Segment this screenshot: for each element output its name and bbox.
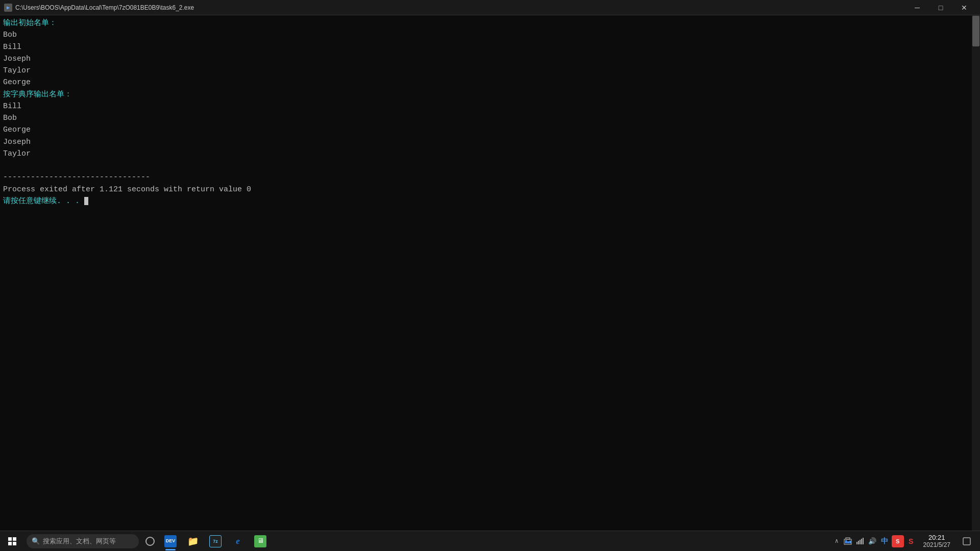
console-line-9: George xyxy=(3,124,977,136)
cursor xyxy=(84,197,88,205)
taskbar-search[interactable]: 🔍 搜索应用、文档、网页等 xyxy=(27,534,139,548)
console-line-12 xyxy=(3,160,977,171)
console-line-5: George xyxy=(3,77,977,88)
console-line-0: 输出初始名单： xyxy=(3,17,977,29)
console-continue: 请按任意键继续. . . xyxy=(3,195,977,207)
minimize-button[interactable]: ─ xyxy=(905,0,929,15)
task-view-button[interactable] xyxy=(141,531,159,552)
tray-volume-icon[interactable]: 🔊 xyxy=(867,536,877,546)
tray-sohu-icon[interactable]: S xyxy=(892,535,904,547)
taskbar-app-ie[interactable]: e xyxy=(227,531,249,552)
taskbar-apps: DEV 📁 7z e 🖥 xyxy=(159,531,272,552)
console-line-3: Joseph xyxy=(3,53,977,65)
svg-rect-0 xyxy=(8,537,12,541)
console-process-exit: Process exited after 1.121 seconds with … xyxy=(3,184,977,195)
7z-icon: 7z xyxy=(209,535,222,547)
svg-rect-2 xyxy=(8,542,12,545)
console-line-2: Bill xyxy=(3,41,977,53)
taskbar-app-7z[interactable]: 7z xyxy=(204,531,227,552)
clock[interactable]: 20:21 2021/5/27 xyxy=(918,531,955,552)
svg-rect-8 xyxy=(849,541,851,543)
titlebar-title: C:\Users\BOOS\AppData\Local\Temp\7zO081B… xyxy=(15,4,194,11)
svg-rect-12 xyxy=(861,539,862,544)
app-icon: ▶ xyxy=(4,4,12,12)
clock-time: 20:21 xyxy=(928,534,945,541)
system-tray: ∧ 🔊 中 S xyxy=(832,531,980,552)
svg-rect-10 xyxy=(858,541,859,544)
taskbar-app-devc[interactable]: DEV xyxy=(159,531,182,552)
taskbar-app-display[interactable]: 🖥 xyxy=(249,531,272,552)
titlebar-controls: ─ □ ✕ xyxy=(905,0,976,15)
console-line-11: Taylor xyxy=(3,148,977,160)
devc-icon: DEV xyxy=(164,535,177,547)
display-icon: 🖥 xyxy=(254,535,266,547)
folder-icon: 📁 xyxy=(187,535,199,547)
taskbar-app-folder[interactable]: 📁 xyxy=(182,531,204,552)
console-line-7: Bill xyxy=(3,101,977,112)
tray-taskmanager-icon[interactable] xyxy=(843,536,853,546)
console-line-8: Bob xyxy=(3,112,977,124)
search-icon: 🔍 xyxy=(32,537,40,545)
restore-button[interactable]: □ xyxy=(929,0,952,15)
tray-expand-icon[interactable]: ∧ xyxy=(832,537,840,545)
console-line-10: Joseph xyxy=(3,136,977,148)
notification-button[interactable] xyxy=(958,531,976,552)
console-separator: -------------------------------- xyxy=(3,171,977,183)
console-output: 输出初始名单： Bob Bill Joseph Taylor George 按字… xyxy=(0,15,980,531)
svg-rect-7 xyxy=(847,541,849,543)
clock-date: 2021/5/27 xyxy=(923,541,950,548)
scrollbar-thumb[interactable] xyxy=(972,16,979,46)
svg-rect-6 xyxy=(845,540,847,543)
taskbar: 🔍 搜索应用、文档、网页等 DEV 📁 7z e xyxy=(0,531,980,551)
svg-rect-3 xyxy=(13,542,16,545)
scrollbar-track[interactable] xyxy=(972,15,980,531)
svg-rect-9 xyxy=(856,542,857,544)
start-button[interactable] xyxy=(0,531,24,552)
search-placeholder: 搜索应用、文档、网页等 xyxy=(43,537,116,546)
svg-rect-14 xyxy=(963,538,970,545)
ie-icon: e xyxy=(232,535,244,547)
tray-sougou-icon[interactable]: S xyxy=(906,536,916,546)
console-line-6: 按字典序输出名单： xyxy=(3,89,977,101)
svg-rect-5 xyxy=(846,538,850,539)
titlebar: ▶ C:\Users\BOOS\AppData\Local\Temp\7zO08… xyxy=(0,0,980,15)
titlebar-left: ▶ C:\Users\BOOS\AppData\Local\Temp\7zO08… xyxy=(4,4,194,12)
console-line-4: Taylor xyxy=(3,65,977,77)
tray-ime-icon[interactable]: 中 xyxy=(879,536,890,546)
svg-rect-11 xyxy=(860,540,861,544)
svg-rect-13 xyxy=(863,538,864,544)
console-line-1: Bob xyxy=(3,29,977,41)
close-button[interactable]: ✕ xyxy=(952,0,976,15)
tray-network-icon[interactable] xyxy=(855,536,865,546)
task-view-icon xyxy=(145,537,155,546)
svg-rect-1 xyxy=(13,537,16,541)
